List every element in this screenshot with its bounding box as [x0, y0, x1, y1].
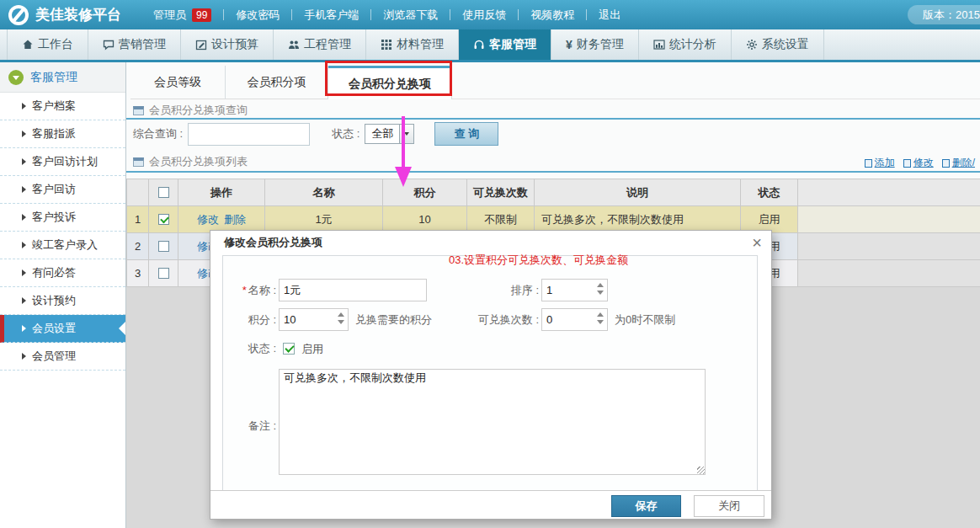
filler-header [798, 179, 980, 206]
column-header-description: 说明 [535, 179, 741, 206]
edit-link[interactable]: 修改 [903, 156, 934, 170]
row-checkbox[interactable] [158, 268, 169, 279]
notification-badge[interactable]: 99 [192, 8, 211, 22]
edit-exchange-item-dialog: 修改会员积分兑换项 × 03.设置积分可兑换次数、可兑换金额 *名称 : 排序 … [210, 230, 772, 520]
nav-tab-finance[interactable]: ¥ 财务管理 [551, 29, 639, 60]
search-button[interactable]: 查 询 [434, 122, 498, 146]
arrow-down-icon[interactable] [597, 320, 604, 324]
nav-tab-statistics[interactable]: 统计分析 [639, 29, 732, 60]
row-checkbox[interactable] [158, 214, 169, 225]
nav-tab-system-settings[interactable]: 系统设置 [732, 29, 824, 60]
sidebar-item-customer-archive[interactable]: 客户档案 [0, 93, 125, 120]
caret-right-icon [22, 131, 26, 137]
sidebar-item-qa[interactable]: 有问必答 [0, 259, 125, 287]
sidebar-item-revisit-plan[interactable]: 客户回访计划 [0, 148, 125, 176]
resize-handle[interactable] [697, 467, 705, 474]
close-icon[interactable]: × [752, 233, 762, 252]
sidebar-item-member-management[interactable]: 会员管理 [0, 343, 125, 371]
status-select[interactable]: 全部 [365, 124, 414, 144]
caret-right-icon [22, 297, 26, 304]
main-nav: 工作台 营销管理 设计预算 工程管理 材料管理 客服管理 ¥ 财务管理 统计分析… [0, 29, 980, 62]
annotation-highlight-box [325, 61, 452, 96]
enabled-checkbox[interactable] [283, 343, 295, 355]
nav-tab-workbench[interactable]: 工作台 [7, 29, 88, 60]
keyword-label: 综合查询 : [133, 126, 183, 141]
sidebar-header[interactable]: 客服管理 [0, 62, 125, 93]
nav-tab-materials[interactable]: 材料管理 [366, 29, 459, 60]
nav-tab-engineering[interactable]: 工程管理 [274, 29, 366, 60]
headset-icon [473, 39, 485, 51]
app-header: 美佳装修平台 管理员 99 修改密码 手机客户端 浏览器下载 使用反馈 视频教程… [0, 0, 980, 29]
arrow-up-icon[interactable] [338, 312, 344, 317]
arrow-down-icon[interactable] [338, 320, 344, 324]
row-checkbox[interactable] [158, 241, 169, 252]
yen-icon: ¥ [566, 38, 573, 51]
nav-tab-customer-service[interactable]: 客服管理 [459, 29, 551, 60]
caret-right-icon [22, 325, 26, 332]
sidebar-item-member-settings[interactable]: 会员设置 [0, 315, 125, 343]
keyword-input[interactable] [188, 123, 310, 146]
sidebar-item-complaint[interactable]: 客户投诉 [0, 204, 125, 232]
mobile-client-link[interactable]: 手机客户端 [304, 8, 359, 23]
change-password-link[interactable]: 修改密码 [236, 8, 280, 23]
query-bar: 综合查询 : 状态 : 全部 查 询 [133, 122, 498, 146]
divider [450, 9, 450, 20]
add-link[interactable]: 添加 [865, 156, 895, 170]
tab-member-level[interactable]: 会员等级 [130, 66, 226, 99]
times-value: 0 [546, 309, 552, 330]
stepper-arrows [597, 283, 604, 295]
arrow-up-icon[interactable] [597, 312, 604, 317]
caret-right-icon [22, 186, 26, 193]
link-label: 修改 [913, 156, 934, 170]
nav-tab-label: 系统设置 [762, 37, 809, 52]
grid-icon [381, 39, 392, 51]
sidebar-item-design-appointment[interactable]: 设计预约 [0, 287, 125, 315]
divider [518, 9, 519, 20]
add-icon [865, 159, 872, 168]
nav-tab-marketing[interactable]: 营销管理 [88, 29, 181, 60]
user-menu-item[interactable]: 管理员 [153, 8, 186, 23]
nav-tab-label: 材料管理 [397, 37, 444, 52]
points-stepper[interactable]: 10 [279, 308, 349, 331]
name-field[interactable] [279, 279, 427, 301]
close-button[interactable]: 关闭 [694, 495, 764, 517]
list-section-title: 会员积分兑换项列表 [133, 154, 248, 169]
row-edit-link[interactable]: 修改 [197, 212, 219, 227]
home-icon [22, 39, 34, 51]
sort-value: 1 [546, 280, 552, 301]
times-stepper[interactable]: 0 [541, 308, 608, 331]
caret-right-icon [22, 242, 26, 248]
caret-right-icon [22, 353, 26, 360]
tab-member-points[interactable]: 会员积分项 [226, 66, 328, 99]
arrow-down-icon[interactable] [597, 291, 604, 295]
stepper-arrows [597, 312, 604, 324]
nav-tab-label: 营销管理 [119, 37, 166, 52]
sidebar-item-revisit[interactable]: 客户回访 [0, 176, 125, 204]
video-tutorial-link[interactable]: 视频教程 [530, 8, 574, 23]
arrow-up-icon[interactable] [597, 283, 604, 287]
feedback-link[interactable]: 使用反馈 [462, 8, 506, 23]
delete-link[interactable]: 删除/ [942, 156, 975, 170]
remark-label: 备注 : [216, 414, 276, 437]
remark-textarea[interactable]: 可兑换多次，不限制次数使用 [279, 369, 706, 475]
dialog-footer: 保存 关闭 [210, 490, 771, 519]
nav-tab-design-budget[interactable]: 设计预算 [181, 29, 274, 60]
select-all-checkbox[interactable] [158, 187, 169, 198]
points-hint: 兑换需要的积分 [355, 308, 432, 331]
status-label: 状态 : [332, 126, 360, 141]
browser-download-link[interactable]: 浏览器下载 [383, 8, 438, 23]
logout-link[interactable]: 退出 [599, 8, 620, 23]
row-delete-link[interactable]: 删除 [224, 212, 246, 227]
row-number-header [126, 179, 149, 206]
save-button[interactable]: 保存 [611, 495, 681, 517]
sidebar-item-completed-entry[interactable]: 竣工客户录入 [0, 232, 125, 259]
sidebar-item-service-assign[interactable]: 客服指派 [0, 120, 125, 148]
list-action-links: 添加 修改 删除/ [856, 156, 975, 170]
section-divider [126, 171, 980, 173]
sort-stepper[interactable]: 1 [541, 279, 608, 301]
nav-tab-label: 客服管理 [489, 37, 536, 52]
divider [223, 9, 224, 20]
points-label: 积分 : [216, 308, 276, 331]
caret-right-icon [22, 269, 26, 276]
sidebar-item-label: 客户投诉 [32, 210, 76, 225]
